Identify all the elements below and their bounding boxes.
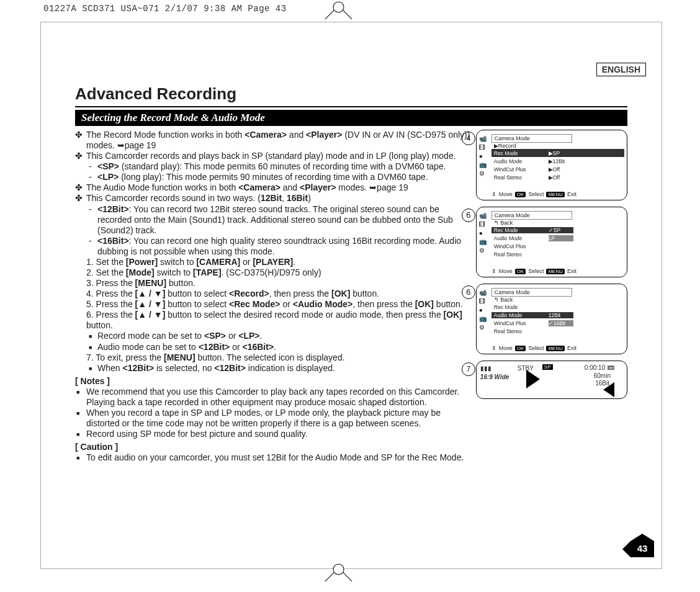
battery-icon: ▮▮▮ (480, 365, 491, 372)
menu-footer: ⇕Move OKSelect MENUExit (491, 268, 624, 274)
menu-category: ▶Record (491, 143, 624, 149)
language-label: ENGLISH (596, 63, 646, 76)
back-item: ↰ Back (491, 220, 624, 226)
page-title: Advanced Recording (75, 84, 627, 104)
step-number: 7 (462, 362, 475, 376)
step-number: 6 (462, 209, 475, 222)
screen-step-7: 7 ▮▮▮ STBY SP 16:9 Wide 0:00:10 📼 60min … (476, 361, 627, 399)
section-heading: Selecting the Record Mode & Audio Mode (75, 110, 627, 126)
menu-title: Camera Mode (491, 134, 572, 143)
ok-button: OK (515, 192, 526, 197)
screen-step-6-rec-mode: 6 📹🎞●📺⚙ Camera Mode ↰ Back Rec Mode✓SP A… (476, 207, 627, 277)
sidebar-icons: 📹🎞●📺⚙ (479, 212, 487, 254)
page-frame: ENGLISH Advanced Recording Selecting the… (40, 22, 662, 569)
menu-item: Rec Mode (491, 304, 549, 310)
menu-item: WindCut Plus (491, 243, 549, 249)
page-number: 43 (630, 541, 654, 557)
menu-item: Audio Mode (491, 312, 549, 318)
sp-badge: SP (542, 364, 553, 370)
tape-remaining: 60min (594, 372, 611, 379)
camera-icon: 📹 (479, 135, 487, 142)
menu-value: ✓16Bit (549, 320, 573, 326)
gear-icon: ⚙ (479, 170, 487, 177)
notes-heading: [ Notes ] (75, 376, 471, 387)
menu-value: ▶Off (549, 174, 573, 181)
sidebar-icons: 📹🎞●📺⚙ (479, 289, 487, 331)
menu-value: ▶SP (549, 150, 573, 156)
wide-label: 16:9 Wide (480, 374, 509, 380)
menu-value: ▶Off (549, 166, 573, 173)
screen-step-6-audio-mode: 6 📹🎞●📺⚙ Camera Mode ↰ Back Rec Mode Audi… (476, 284, 627, 354)
screen-step-4: 4 📹🎞●📺⚙ Camera Mode ▶Record Rec Mode▶SP … (476, 130, 627, 200)
play-icon (526, 370, 540, 388)
body-text: The Record Mode function works in both <… (75, 130, 471, 463)
menu-item: Real Stereo (491, 251, 549, 258)
menu-item: WindCut Plus (491, 320, 549, 326)
menu-value: 12Bit (549, 312, 573, 318)
content-area: Advanced Recording Selecting the Record … (75, 84, 627, 463)
menu-title: Camera Mode (491, 211, 572, 220)
print-header: 01227A SCD371 USA~071 2/1/07 9:38 AM Pag… (43, 4, 287, 14)
timecode: 0:00:10 📼 (585, 364, 614, 371)
caution-heading: [ Caution ] (75, 442, 471, 452)
title-rule (75, 106, 627, 107)
menu-value: LP (549, 235, 573, 241)
back-item: ↰ Back (491, 297, 624, 303)
menu-item: Real Stereo (491, 174, 549, 181)
rec-icon: ● (479, 153, 487, 159)
step-number: 6 (462, 285, 475, 299)
menu-item: Audio Mode (491, 235, 549, 241)
sidebar-icons: 📹🎞●📺⚙ (479, 135, 487, 177)
menu-item: WindCut Plus (491, 166, 549, 173)
lcd-screens: 4 📹🎞●📺⚙ Camera Mode ▶Record Rec Mode▶SP … (476, 130, 627, 463)
tape-icon: 🎞 (479, 144, 487, 151)
menu-item: Audio Mode (491, 158, 549, 164)
updown-icon: ⇕ (491, 191, 496, 197)
tv-icon: 📺 (479, 161, 487, 168)
crop-mark-bottom (325, 568, 352, 592)
menu-item: Rec Mode (491, 150, 549, 156)
menu-value: ✓SP (549, 227, 573, 233)
step-number: 4 (462, 132, 475, 145)
menu-item: Real Stereo (491, 328, 549, 334)
menu-footer: ⇕Move OKSelect MENUExit (491, 191, 624, 197)
menu-value: ▶12Bit (549, 158, 573, 164)
menu-title: Camera Mode (491, 288, 572, 297)
menu-footer: ⇕Move OKSelect MENUExit (491, 345, 624, 351)
menu-item: Rec Mode (491, 227, 549, 233)
rewind-icon (603, 382, 614, 397)
menu-button: MENU (546, 192, 565, 197)
